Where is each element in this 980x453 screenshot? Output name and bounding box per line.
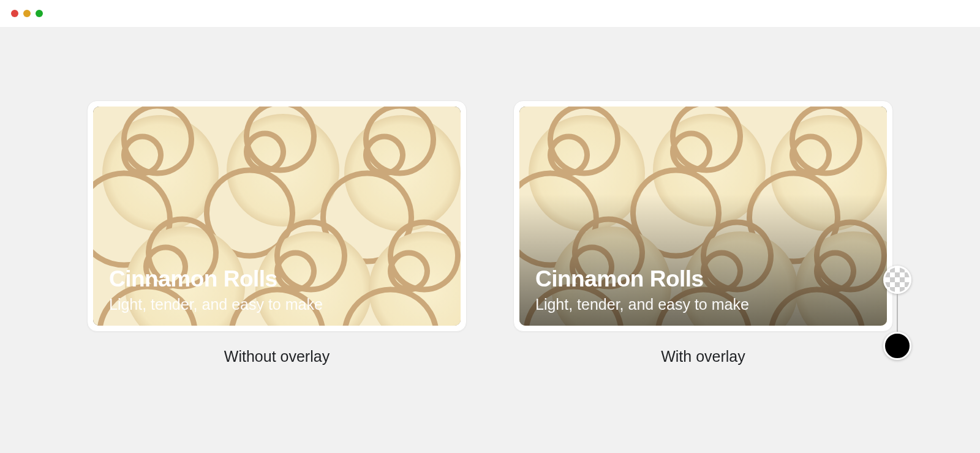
card-image-area: Cinnamon Rolls Light, tender, and easy t… xyxy=(93,107,461,326)
example-without-overlay: Cinnamon Rolls Light, tender, and easy t… xyxy=(87,100,467,453)
app-body: Cinnamon Rolls Light, tender, and easy t… xyxy=(0,27,980,453)
card-frame: Cinnamon Rolls Light, tender, and easy t… xyxy=(87,100,467,332)
window-titlebar xyxy=(0,0,980,27)
card-title: Cinnamon Rolls xyxy=(535,266,871,292)
gradient-track[interactable] xyxy=(897,294,898,332)
minimize-window-button[interactable] xyxy=(23,10,31,17)
card-frame: Cinnamon Rolls Light, tender, and easy t… xyxy=(513,100,893,332)
card-caption: Without overlay xyxy=(224,348,330,365)
card-subtitle: Light, tender, and easy to make xyxy=(535,296,871,313)
gradient-stop-black[interactable] xyxy=(883,332,911,360)
card-text: Cinnamon Rolls Light, tender, and easy t… xyxy=(535,266,871,313)
card-subtitle: Light, tender, and easy to make xyxy=(109,296,445,313)
card-caption: With overlay xyxy=(661,348,745,365)
gradient-control xyxy=(883,266,911,360)
card-text: Cinnamon Rolls Light, tender, and easy t… xyxy=(109,266,445,313)
maximize-window-button[interactable] xyxy=(36,10,43,17)
example-with-overlay: Cinnamon Rolls Light, tender, and easy t… xyxy=(513,100,893,453)
card-image-area: Cinnamon Rolls Light, tender, and easy t… xyxy=(519,107,887,326)
card-title: Cinnamon Rolls xyxy=(109,266,445,292)
close-window-button[interactable] xyxy=(11,10,18,17)
gradient-stop-transparent[interactable] xyxy=(883,266,911,294)
